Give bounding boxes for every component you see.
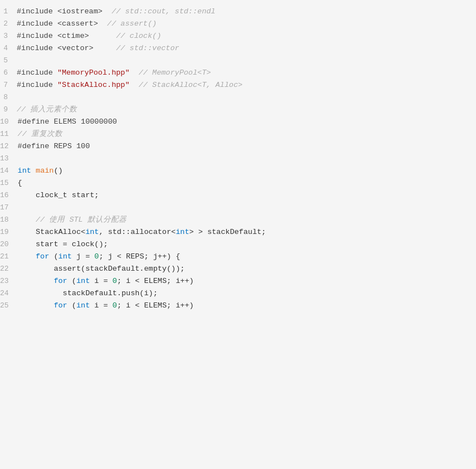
- token-directive: #include <cassert>: [17, 19, 98, 28]
- token-kw-blue: int: [76, 277, 90, 285]
- line-number: 16: [0, 190, 18, 202]
- token-kw-blue: for: [54, 277, 67, 285]
- line-content: [17, 55, 467, 67]
- code-line: 7#include "StackAlloc.hpp" // StackAlloc…: [0, 79, 476, 91]
- token-number: 0: [113, 277, 117, 285]
- token-default: [130, 81, 139, 89]
- token-comment: // MemoryPool<T>: [139, 69, 211, 77]
- token-default: [18, 252, 36, 261]
- code-line: 24 stackDefault.push(i);: [0, 287, 476, 300]
- token-comment-cn: // 插入元素个数: [17, 105, 77, 114]
- line-content: #include <ctime> // clock(): [17, 30, 467, 42]
- token-default: [130, 69, 139, 77]
- line-content: [18, 153, 467, 165]
- line-content: // 插入元素个数: [17, 104, 467, 116]
- line-content: clock_t start;: [18, 189, 467, 202]
- token-default: (: [67, 301, 76, 310]
- code-line: 15{: [0, 177, 476, 189]
- line-content: // 使用 STL 默认分配器: [18, 214, 467, 226]
- line-content: int main(): [18, 165, 467, 177]
- line-content: {: [18, 177, 467, 189]
- token-kw-blue: int: [59, 252, 72, 261]
- line-content: [18, 202, 467, 214]
- token-default: ; i < ELEMS; i++): [117, 277, 194, 285]
- code-line: 13: [0, 153, 476, 165]
- token-kw-blue: for: [54, 301, 67, 310]
- code-line: 12#define REPS 100: [0, 140, 476, 153]
- token-default: [98, 19, 107, 28]
- token-comment: // assert(): [107, 19, 157, 28]
- token-default: i =: [90, 301, 113, 310]
- line-number: 7: [0, 80, 17, 91]
- code-line: 3#include <ctime> // clock(): [0, 30, 476, 42]
- token-number: 0: [113, 301, 117, 310]
- code-line: 9// 插入元素个数: [0, 104, 476, 116]
- line-content: [17, 91, 467, 104]
- code-line: 16 clock_t start;: [0, 189, 476, 202]
- token-default: ; i < ELEMS; i++): [117, 301, 194, 310]
- token-default: (): [54, 167, 62, 175]
- line-number: 4: [0, 43, 17, 55]
- code-line: 17: [0, 202, 476, 214]
- token-default: [18, 216, 36, 224]
- code-line: 18 // 使用 STL 默认分配器: [0, 214, 476, 226]
- code-line: 1#include <iostream> // std::cout, std::…: [0, 6, 476, 18]
- token-comment-cn: // 重复次数: [18, 130, 62, 138]
- line-number: 2: [0, 18, 17, 30]
- line-content: #define REPS 100: [18, 140, 467, 153]
- code-editor: 1#include <iostream> // std::cout, std::…: [0, 0, 476, 469]
- token-default: [89, 32, 116, 40]
- line-number: 17: [0, 202, 18, 214]
- token-comment: // std::vector: [116, 44, 179, 52]
- token-default: {: [18, 179, 22, 187]
- code-line: 2#include <cassert> // assert(): [0, 18, 476, 30]
- line-content: start = clock();: [18, 238, 467, 251]
- line-number: 21: [0, 251, 18, 263]
- token-default: j =: [72, 252, 95, 261]
- token-string: "MemoryPool.hpp": [57, 69, 130, 77]
- code-line: 5: [0, 55, 476, 67]
- token-default: > > stackDefault;: [190, 228, 266, 236]
- token-default: [103, 7, 111, 16]
- line-number: 9: [0, 104, 17, 116]
- line-number: 19: [0, 227, 18, 238]
- token-kw-orange: main: [36, 167, 54, 175]
- token-default: start = clock();: [18, 240, 108, 248]
- line-number: 22: [0, 263, 18, 275]
- code-line: 11// 重复次数: [0, 128, 476, 140]
- line-number: 10: [0, 116, 18, 128]
- token-directive: #include <iostream>: [17, 7, 103, 16]
- line-content: #define ELEMS 10000000: [18, 116, 467, 128]
- token-directive: #include <vector>: [17, 44, 94, 52]
- token-directive: #include <ctime>: [17, 32, 89, 40]
- token-directive: #include: [17, 81, 57, 89]
- line-content: #include <cassert> // assert(): [17, 18, 467, 30]
- line-number: 25: [0, 300, 18, 312]
- line-number: 18: [0, 214, 18, 226]
- line-number: 11: [0, 129, 18, 140]
- line-content: for (int j = 0; j < REPS; j++) {: [18, 251, 467, 263]
- code-line: 8: [0, 91, 476, 104]
- token-default: [31, 167, 36, 175]
- line-number: 14: [0, 165, 18, 177]
- token-directive: #define REPS 100: [18, 142, 90, 150]
- token-default: (: [49, 252, 58, 261]
- code-line: 23 for (int i = 0; i < ELEMS; i++): [0, 275, 476, 287]
- line-number: 24: [0, 288, 18, 300]
- line-number: 15: [0, 178, 18, 189]
- line-content: #include "MemoryPool.hpp" // MemoryPool<…: [17, 67, 467, 79]
- line-content: stackDefault.push(i);: [18, 287, 467, 300]
- line-content: #include <iostream> // std::cout, std::e…: [17, 6, 467, 18]
- code-line: 4#include <vector> // std::vector: [0, 42, 476, 55]
- token-default: (: [67, 277, 76, 285]
- token-default: , std::allocator<: [99, 228, 176, 236]
- line-content: #include "StackAlloc.hpp" // StackAlloc<…: [17, 79, 467, 91]
- token-kw-blue: for: [36, 252, 49, 261]
- line-number: 5: [0, 55, 17, 67]
- line-number: 23: [0, 276, 18, 287]
- line-content: #include <vector> // std::vector: [17, 42, 467, 55]
- line-number: 13: [0, 153, 18, 165]
- token-kw-blue: int: [18, 167, 31, 175]
- token-comment: // clock(): [116, 32, 161, 40]
- code-line: 20 start = clock();: [0, 238, 476, 251]
